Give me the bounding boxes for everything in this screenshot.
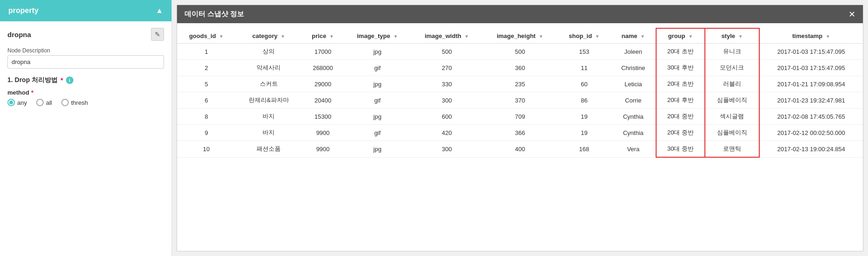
cell-group: 30대 후반: [656, 60, 705, 76]
cell-category: 바지: [236, 125, 302, 141]
sort-icon-timestamp: ▼: [826, 34, 830, 39]
radio-any[interactable]: any: [7, 99, 27, 106]
cell-timestamp: 2017-02-13 19:00:24.854: [759, 141, 863, 158]
cell-image_type: jpg: [344, 76, 411, 92]
cell-group: 20대 중반: [656, 125, 705, 141]
cell-price: 15300: [302, 109, 344, 125]
cell-image_height: 366: [483, 125, 558, 141]
cell-shop_id: 168: [557, 141, 611, 158]
cell-group: 30대 중반: [656, 141, 705, 158]
cell-image_height: 370: [483, 92, 558, 109]
radio-all[interactable]: all: [36, 99, 52, 106]
section-title-text: 1. Drop 처리방법: [7, 76, 58, 84]
cell-style: 심플베이직: [705, 92, 759, 109]
panel-body: dropna ✎ Node Description 1. Drop 처리방법 *…: [0, 21, 171, 113]
cell-image_width: 600: [411, 109, 483, 125]
cell-category: 악세사리: [236, 60, 302, 76]
radio-thresh-label: thresh: [71, 99, 88, 106]
cell-image_type: jpg: [344, 44, 411, 60]
cell-timestamp: 2017-01-03 17:15:47.095: [759, 60, 863, 76]
cell-price: 268000: [302, 60, 344, 76]
required-star: *: [60, 77, 63, 84]
sort-icon-image_type: ▼: [393, 34, 398, 39]
node-description-label: Node Description: [7, 47, 164, 54]
radio-group: any all thresh: [7, 99, 164, 106]
table-row: 6란제리&파자마20400gif30037086Corrie20대 후반심플베이…: [177, 92, 863, 109]
cell-goods_id: 9: [177, 125, 236, 141]
col-header-timestamp[interactable]: timestamp ▼: [759, 28, 863, 44]
col-header-group[interactable]: group ▼: [656, 28, 705, 44]
sort-icon-price: ▼: [329, 34, 334, 39]
cell-timestamp: 2017-01-21 17:09:08.954: [759, 76, 863, 92]
cell-image_type: gif: [344, 125, 411, 141]
radio-all-circle[interactable]: [36, 99, 44, 106]
cell-shop_id: 153: [557, 44, 611, 60]
cell-image_width: 330: [411, 76, 483, 92]
col-header-name[interactable]: name ▼: [611, 28, 656, 44]
sort-icon-shop_id: ▼: [595, 34, 599, 39]
node-description-input[interactable]: [7, 55, 164, 69]
table-row: 8바지15300jpg60070919Cynthia20대 중반섹시글램2017…: [177, 109, 863, 125]
col-header-style[interactable]: style ▼: [705, 28, 759, 44]
table-row: 5스커트29000jpg33023560Leticia20대 초반러블리2017…: [177, 76, 863, 92]
method-group: method * any all thresh: [7, 89, 164, 106]
cell-category: 패션소품: [236, 141, 302, 158]
cell-style: 모던시크: [705, 60, 759, 76]
cell-price: 17000: [302, 44, 344, 60]
sort-icon-name: ▼: [640, 34, 645, 39]
modal-title: 데이터 스냅샷 정보: [184, 10, 244, 19]
cell-image_type: gif: [344, 92, 411, 109]
cell-image_type: jpg: [344, 141, 411, 158]
drop-method-section-title: 1. Drop 처리방법 * i: [7, 76, 164, 84]
col-header-image_type[interactable]: image_type ▼: [344, 28, 411, 44]
col-header-price[interactable]: price ▼: [302, 28, 344, 44]
cell-style: 유니크: [705, 44, 759, 60]
cell-name: Corrie: [611, 92, 656, 109]
radio-thresh[interactable]: thresh: [61, 99, 88, 106]
col-header-category[interactable]: category ▼: [236, 28, 302, 44]
cell-name: Vera: [611, 141, 656, 158]
cell-shop_id: 60: [557, 76, 611, 92]
cell-shop_id: 19: [557, 125, 611, 141]
cell-shop_id: 19: [557, 109, 611, 125]
cell-category: 스커트: [236, 76, 302, 92]
cell-category: 란제리&파자마: [236, 92, 302, 109]
cell-group: 20대 후반: [656, 92, 705, 109]
cell-goods_id: 1: [177, 44, 236, 60]
sort-icon-group: ▼: [688, 34, 693, 39]
cell-image_height: 400: [483, 141, 558, 158]
sort-icon-category: ▼: [281, 34, 285, 39]
edit-icon: ✎: [155, 31, 160, 38]
cell-style: 러블리: [705, 76, 759, 92]
modal-close-button[interactable]: ✕: [848, 10, 855, 19]
radio-any-circle[interactable]: [7, 99, 15, 106]
cell-category: 바지: [236, 109, 302, 125]
chevron-up-icon[interactable]: ▲: [156, 6, 163, 15]
snapshot-table-container[interactable]: goods_id ▼ category ▼ price ▼ image_type…: [177, 23, 863, 251]
method-label: method *: [7, 89, 164, 96]
dropna-row: dropna ✎: [7, 28, 164, 41]
cell-goods_id: 5: [177, 76, 236, 92]
snapshot-table: goods_id ▼ category ▼ price ▼ image_type…: [177, 28, 863, 158]
node-description-section: Node Description: [7, 47, 164, 69]
info-icon[interactable]: i: [66, 77, 73, 84]
cell-image_height: 235: [483, 76, 558, 92]
table-row: 10패션소품9900jpg300400168Vera30대 중반로맨틱2017-…: [177, 141, 863, 158]
col-header-shop_id[interactable]: shop_id ▼: [557, 28, 611, 44]
cell-timestamp: 2017-02-08 17:45:05.765: [759, 109, 863, 125]
cell-price: 9900: [302, 125, 344, 141]
table-row: 1상의17000jpg500500153Joleen20대 초반유니크2017-…: [177, 44, 863, 60]
cell-image_width: 300: [411, 92, 483, 109]
cell-group: 20대 초반: [656, 44, 705, 60]
col-header-goods_id[interactable]: goods_id ▼: [177, 28, 236, 44]
cell-timestamp: 2017-01-23 19:32:47.981: [759, 92, 863, 109]
edit-icon-button[interactable]: ✎: [151, 28, 164, 41]
col-header-image_width[interactable]: image_width ▼: [411, 28, 483, 44]
col-header-image_height[interactable]: image_height ▼: [483, 28, 558, 44]
cell-image_type: jpg: [344, 109, 411, 125]
cell-shop_id: 86: [557, 92, 611, 109]
radio-thresh-circle[interactable]: [61, 99, 69, 106]
cell-timestamp: 2017-01-03 17:15:47.095: [759, 44, 863, 60]
cell-category: 상의: [236, 44, 302, 60]
snapshot-modal: 데이터 스냅샷 정보 ✕ goods_id ▼ category ▼ price…: [177, 5, 863, 251]
